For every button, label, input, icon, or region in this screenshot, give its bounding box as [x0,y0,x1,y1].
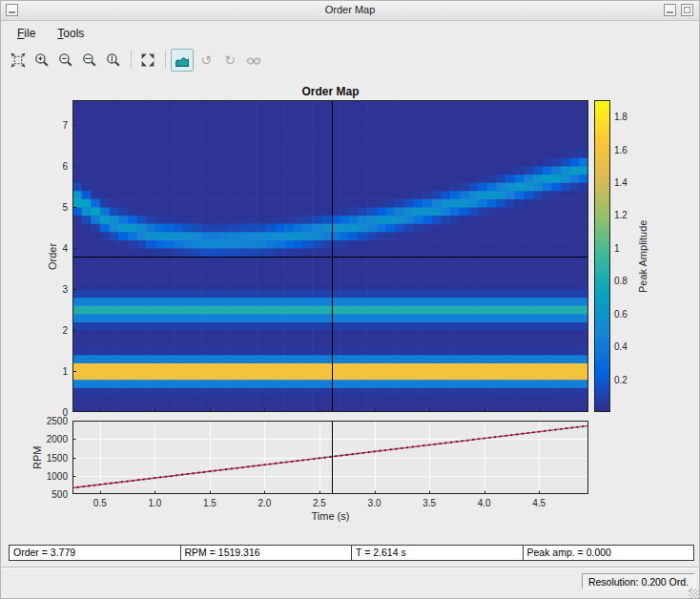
tick-label: 0.6 [614,308,628,319]
fit-view-button[interactable] [7,49,30,72]
zoom-y-button[interactable] [102,49,125,72]
zoom-in-button[interactable] [31,49,53,72]
tick-label: 0.4 [614,341,628,352]
tick-label: 0.2 [614,374,628,384]
tick-label: 2500 [47,416,68,426]
tick-label: 1.8 [614,112,628,122]
resolution-panel: Resolution: 0.200 Ord. [582,573,695,589]
tick-label: 2.0 [257,498,271,508]
rpm-readout: RPM = 1519.316 [180,545,353,561]
tick-label: 1 [62,365,68,376]
figure-area: Order Map Order Peak Amplitude RPM Time … [1,74,700,545]
time-axis-label: Time (s) [72,510,588,522]
colorbar-label: Peak Amplitude [636,100,649,412]
rpm-axis-label: RPM [31,421,43,494]
order-map-plot-title: Order Map [72,85,588,98]
tick-label: 2 [62,324,68,335]
menu-file[interactable]: File [13,25,39,42]
zoom-in-icon [34,52,50,68]
tick-label: 500 [51,489,68,500]
tick-label: 1.5 [203,498,216,508]
tick-label: 1.0 [148,498,161,508]
order-readout: Order = 3.779 [9,545,181,561]
surface-view-button[interactable] [171,49,194,72]
tick-label: 1.2 [614,210,628,220]
toolbar-separator [131,51,132,69]
tick-label: 1.6 [614,144,628,155]
toolbar: ↺ ↻ [1,45,699,75]
resize-grip[interactable] [689,589,700,599]
window-title: Order Map [1,4,699,15]
zoom-out-button[interactable] [54,49,77,72]
surface-view-icon [175,52,190,68]
tick-label: 2.5 [313,498,326,508]
tick-label: 7 [62,119,68,130]
tick-label: 2000 [47,434,68,444]
restore-view-icon [140,52,155,68]
peak-amp-readout: Peak amp. = 0.000 [523,545,695,561]
tick-label: 1000 [47,470,68,481]
tick-label: 1 [614,242,620,253]
rpm-plot-canvas[interactable] [72,421,588,494]
zoom-out-icon [58,52,73,68]
tick-label: 0.5 [93,498,107,508]
minimize-icon [667,11,673,13]
fit-view-icon [10,52,26,68]
restore-view-button[interactable] [136,49,159,72]
tick-label: 0.8 [614,276,628,286]
tick-label: 3 [62,283,68,294]
app-window: Order Map File Tools [0,0,700,599]
glasses-button [242,49,265,72]
tick-label: 1.4 [614,177,628,188]
zoom-x-icon [82,52,97,68]
glasses-icon [246,52,261,68]
minimize-button[interactable] [664,4,676,16]
order-axis-label: Order [46,100,58,412]
tick-label: 1500 [47,452,68,463]
tick-label: 3.0 [368,498,381,508]
rotate-ccw-icon: ↺ [200,53,212,67]
tick-label: 5 [62,201,68,212]
zoom-y-icon [106,52,121,68]
tick-label: 6 [62,160,68,171]
rotate-cw-button: ↻ [218,49,241,72]
menu-tools[interactable]: Tools [53,25,88,42]
order-map-canvas[interactable] [72,100,588,412]
zoom-x-button[interactable] [78,49,101,72]
rotate-ccw-button: ↺ [195,49,217,72]
tick-label: 4 [62,242,68,253]
tick-label: 4.0 [478,498,491,508]
colorbar-canvas [594,100,610,412]
maximize-button[interactable] [681,4,693,16]
toolbar-separator [165,51,166,69]
tick-label: 4.5 [532,498,546,508]
tick-label: 3.5 [422,498,436,508]
time-readout: T = 2.614 s [351,545,524,561]
maximize-icon [684,7,690,13]
titlebar[interactable]: Order Map [1,1,699,21]
window-status-bar: Resolution: 0.200 Ord. [1,567,700,599]
cursor-readout-row: Order = 3.779 RPM = 1519.316 T = 2.614 s… [9,545,694,561]
menubar: File Tools [1,21,699,45]
rotate-cw-icon: ↻ [224,53,236,67]
